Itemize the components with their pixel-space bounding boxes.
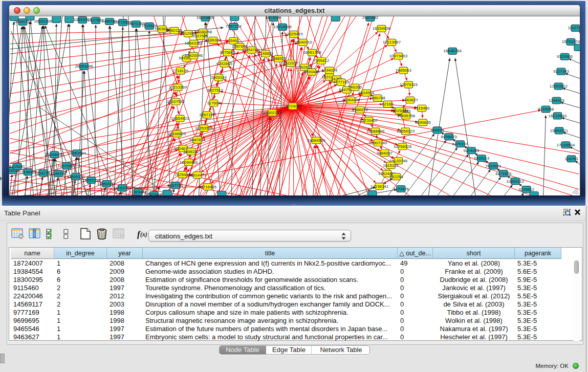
- svg-text:1588520: 1588520: [271, 56, 287, 61]
- svg-text:10107542: 10107542: [167, 99, 185, 104]
- svg-text:13325419: 13325419: [285, 32, 303, 36]
- svg-text:116753: 116753: [564, 157, 578, 161]
- svg-text:9115460: 9115460: [414, 106, 430, 111]
- svg-text:16154838: 16154838: [373, 26, 391, 31]
- svg-text:62160: 62160: [382, 102, 394, 106]
- svg-text:16543362: 16543362: [185, 41, 203, 46]
- svg-text:20691406: 20691406: [34, 19, 53, 24]
- svg-text:14136141: 14136141: [371, 184, 389, 189]
- svg-text:19166825: 19166825: [168, 132, 186, 136]
- svg-text:1080748: 1080748: [369, 96, 386, 100]
- svg-text:8415061: 8415061: [9, 164, 26, 169]
- svg-text:17353924: 17353924: [68, 151, 86, 156]
- svg-text:12213369: 12213369: [169, 85, 187, 90]
- svg-text:13495758: 13495758: [397, 114, 416, 118]
- svg-text:7857224: 7857224: [226, 24, 242, 29]
- svg-text:16099489: 16099489: [180, 160, 198, 165]
- svg-text:1733426: 1733426: [393, 187, 409, 191]
- svg-text:17016504: 17016504: [557, 143, 575, 147]
- svg-text:7955812: 7955812: [313, 58, 330, 63]
- svg-text:9329966: 9329966: [557, 54, 573, 59]
- svg-text:16961758: 16961758: [303, 50, 321, 55]
- svg-text:8587834: 8587834: [189, 138, 206, 142]
- svg-text:10688609: 10688609: [366, 129, 385, 134]
- svg-text:9463627: 9463627: [402, 98, 419, 102]
- svg-text:18724007: 18724007: [284, 104, 302, 108]
- svg-text:13654923: 13654923: [397, 129, 415, 134]
- svg-text:9884067: 9884067: [377, 151, 393, 156]
- svg-text:8215958: 8215958: [538, 107, 554, 112]
- svg-text:13716485: 13716485: [199, 185, 217, 189]
- svg-text:16033809: 16033809: [197, 16, 215, 20]
- svg-text:23420046: 23420046: [185, 53, 203, 58]
- svg-text:6479197: 6479197: [452, 142, 469, 146]
- svg-text:3824554: 3824554: [358, 91, 375, 95]
- svg-text:8186328: 8186328: [205, 38, 222, 42]
- svg-text:9457791: 9457791: [167, 183, 184, 188]
- svg-text:16914479: 16914479: [188, 173, 207, 178]
- svg-text:(x): (x): [140, 231, 147, 238]
- svg-text:19218596: 19218596: [273, 25, 292, 29]
- svg-text:9699695: 9699695: [415, 120, 431, 125]
- svg-text:16648784: 16648784: [443, 49, 462, 53]
- svg-text:3267110: 3267110: [199, 113, 215, 117]
- svg-text:12975115: 12975115: [400, 82, 418, 87]
- svg-text:9474444: 9474444: [463, 148, 480, 153]
- svg-text:7632621: 7632621: [485, 164, 502, 168]
- svg-text:9777169: 9777169: [333, 80, 350, 84]
- svg-text:3498222: 3498222: [183, 149, 200, 154]
- svg-text:6794024: 6794024: [321, 68, 338, 73]
- svg-text:15751074: 15751074: [562, 39, 580, 44]
- svg-text:15462: 15462: [228, 38, 239, 43]
- svg-text:15720407: 15720407: [360, 118, 378, 123]
- svg-text:19384554: 19384554: [307, 138, 325, 143]
- svg-text:20364436: 20364436: [342, 98, 360, 102]
- svg-text:8990448: 8990448: [303, 70, 320, 74]
- svg-text:8471676: 8471676: [495, 171, 512, 176]
- svg-text:8938923: 8938923: [441, 135, 458, 139]
- svg-text:18640910: 18640910: [294, 40, 312, 45]
- svg-text:18907249: 18907249: [369, 141, 387, 145]
- svg-text:1244415: 1244415: [549, 98, 565, 103]
- svg-text:9146821: 9146821: [258, 51, 274, 56]
- svg-text:7986372: 7986372: [352, 107, 368, 112]
- svg-text:8427512: 8427512: [207, 88, 224, 93]
- svg-text:10973493: 10973493: [389, 54, 408, 58]
- svg-text:10654112: 10654112: [506, 179, 524, 184]
- svg-text:11353594: 11353594: [195, 126, 213, 130]
- svg-text:2903144: 2903144: [211, 75, 227, 80]
- svg-text:26053346: 26053346: [75, 64, 93, 69]
- svg-text:12213967: 12213967: [383, 40, 401, 45]
- svg-text:12823446: 12823446: [145, 192, 163, 195]
- svg-text:1112794: 1112794: [568, 26, 580, 30]
- svg-text:117004: 117004: [207, 101, 221, 105]
- svg-text:1615112: 1615112: [383, 163, 399, 168]
- svg-text:1145194: 1145194: [51, 171, 67, 176]
- svg-text:10975887: 10975887: [58, 164, 76, 168]
- svg-text:2935114: 2935114: [474, 156, 490, 161]
- svg-text:144095: 144095: [430, 128, 444, 133]
- svg-text:2718126: 2718126: [172, 69, 189, 73]
- svg-text:3875685: 3875685: [220, 50, 236, 55]
- svg-text:12942757: 12942757: [34, 171, 53, 176]
- svg-text:8813094: 8813094: [266, 16, 282, 20]
- svg-text:19654923: 19654923: [171, 116, 189, 121]
- svg-text:7485063: 7485063: [396, 68, 412, 73]
- svg-text:2687682: 2687682: [362, 16, 379, 20]
- svg-text:20206535: 20206535: [46, 152, 64, 157]
- svg-text:12093822: 12093822: [550, 84, 568, 89]
- svg-text:16210643: 16210643: [549, 114, 567, 118]
- svg-text:9245612: 9245612: [518, 187, 535, 192]
- svg-text:10756928: 10756928: [394, 144, 412, 149]
- svg-text:252254: 252254: [389, 174, 403, 179]
- svg-text:23302273: 23302273: [263, 111, 281, 115]
- svg-text:8454749: 8454749: [244, 48, 260, 52]
- svg-text:9227343: 9227343: [553, 69, 570, 74]
- svg-text:746266: 746266: [348, 85, 362, 90]
- svg-text:9242845: 9242845: [216, 61, 233, 66]
- svg-text:15692921: 15692921: [550, 128, 569, 133]
